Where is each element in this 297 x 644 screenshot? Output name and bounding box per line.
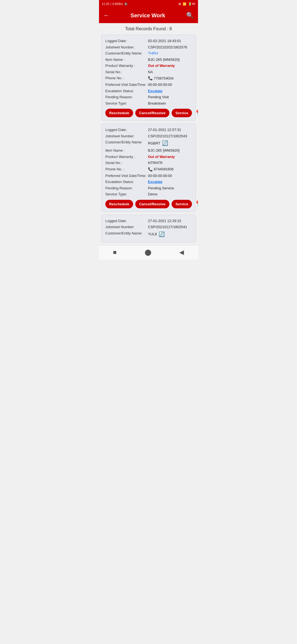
phone-row-2: Phone No. : 📞 8744091606 bbox=[105, 167, 192, 172]
item-row-1: Item Name : BJC-265 [WMS620] bbox=[105, 57, 192, 62]
serial-value-2: NTRNTR bbox=[148, 160, 192, 166]
service-type-label-2: Service Type: bbox=[105, 192, 148, 197]
pending-value-2: Pending Service bbox=[148, 185, 192, 191]
customer-row-1: Customer/Entity Name: THRH bbox=[105, 51, 192, 56]
service-card-1: Logged Date: 02-02-2021 18:43:01 Jobshee… bbox=[101, 35, 196, 121]
cancel-button-1[interactable]: Cancel/Resolve bbox=[135, 109, 169, 117]
page-title: Service Work bbox=[130, 12, 165, 19]
customer-name-3[interactable]: YUL8 bbox=[148, 231, 157, 237]
serial-value-1: NA bbox=[148, 69, 192, 75]
escalation-label-2: Escalation Status: bbox=[105, 179, 148, 185]
history-icon-2[interactable]: 🔄 bbox=[162, 140, 168, 147]
jobsheet-value-1: CSP/20210202/1802576 bbox=[148, 45, 192, 50]
jobsheet-label-1: Jobsheet Number: bbox=[105, 45, 148, 50]
location-icon-1[interactable]: 📍 bbox=[194, 110, 198, 117]
visit-label-1: Preferred Visit Date/Time: bbox=[105, 82, 148, 88]
visit-row-1: Preferred Visit Date/Time: 00:00-00:00:0… bbox=[105, 82, 192, 88]
visit-label-2: Preferred Visit Date/Time: bbox=[105, 173, 148, 179]
jobsheet-value-3: CSP/20210127/1802541 bbox=[148, 224, 192, 230]
customer-value-wrapper-3: YUL8 🔄 bbox=[148, 231, 192, 238]
service-button-1[interactable]: Service bbox=[172, 109, 192, 117]
item-row-2: Item Name : BJC-265 [WMS620] bbox=[105, 148, 192, 153]
logged-date-label-3: Logged Date: bbox=[105, 218, 148, 224]
bottom-nav: ■ ⬤ ◀ bbox=[99, 245, 198, 260]
pending-row-2: Pending Reason: Pending Service bbox=[105, 185, 192, 191]
back-button[interactable]: ← bbox=[103, 12, 109, 19]
service-card-2: Logged Date: 27-01-2021 12:57:31 Jobshee… bbox=[101, 124, 196, 212]
battery-icon: 🔋99 bbox=[188, 2, 195, 6]
wifi-icon: 📶 bbox=[183, 2, 186, 6]
warranty-value-2: Out of Warranty bbox=[148, 154, 192, 160]
status-bar: 11:25 | 0.8KB/s 🔇 ⊠ 📶 🔋99 bbox=[99, 0, 198, 8]
status-right: ⊠ 📶 🔋99 bbox=[178, 2, 195, 6]
phone-number-1[interactable]: 7708754034 bbox=[154, 76, 174, 81]
logged-date-value-3: 27-01-2021 12:29:15 bbox=[148, 218, 192, 224]
logged-date-row-2: Logged Date: 27-01-2021 12:57:31 bbox=[105, 127, 192, 133]
jobsheet-value-2: CSP/20210127/1802543 bbox=[148, 133, 192, 139]
customer-label-1: Customer/Entity Name: bbox=[105, 51, 148, 56]
home-button[interactable]: ⬤ bbox=[145, 249, 152, 256]
serial-label-2: Serial No.: bbox=[105, 160, 148, 166]
search-button[interactable]: 🔍 bbox=[186, 12, 194, 19]
warranty-label-2: Product Warranty : bbox=[105, 154, 148, 160]
pending-label-1: Pending Reason: bbox=[105, 94, 148, 100]
app-bar: ← Service Work 🔍 bbox=[99, 8, 198, 23]
total-records-label: Total Records Found : 8 bbox=[99, 23, 198, 35]
reschedule-button-2[interactable]: Reschedule bbox=[105, 200, 133, 208]
customer-label-3: Customer/Entity Name: bbox=[105, 231, 148, 238]
serial-label-1: Serial No.: bbox=[105, 69, 148, 75]
cancel-button-2[interactable]: Cancel/Resolve bbox=[135, 200, 169, 208]
customer-row-3: Customer/Entity Name: YUL8 🔄 bbox=[105, 231, 192, 238]
item-label-2: Item Name : bbox=[105, 148, 148, 153]
phone-number-2[interactable]: 8744091606 bbox=[154, 167, 174, 172]
location-icon-2[interactable]: 📍 bbox=[194, 200, 198, 208]
service-type-row-1: Service Type: Breakdown bbox=[105, 101, 192, 106]
card-buttons-1: Reschedule Cancel/Resolve Service 📍 bbox=[105, 109, 192, 117]
service-button-2[interactable]: Service bbox=[172, 200, 192, 208]
customer-name-2[interactable]: RGBRT bbox=[148, 141, 160, 146]
escalation-value-2[interactable]: Escalate bbox=[148, 179, 192, 185]
phone-icon-2: 📞 bbox=[148, 167, 153, 172]
warranty-row-1: Product Warranty : Out of Warranty bbox=[105, 63, 192, 69]
logged-date-label-2: Logged Date: bbox=[105, 127, 148, 133]
pending-label-2: Pending Reason: bbox=[105, 185, 148, 191]
escalation-label-1: Escalation Status: bbox=[105, 88, 148, 94]
escalation-row-1: Escalation Status: Escalate bbox=[105, 88, 192, 94]
back-nav-button[interactable]: ◀ bbox=[179, 249, 184, 256]
customer-value-1[interactable]: THRH bbox=[148, 51, 192, 56]
customer-value-wrapper-2: RGBRT 🔄 bbox=[148, 140, 192, 147]
logged-date-row-3: Logged Date: 27-01-2021 12:29:15 bbox=[105, 218, 192, 224]
item-value-1: BJC-265 [WMS620] bbox=[148, 57, 192, 62]
phone-value-wrapper-1: 📞 7708754034 bbox=[148, 75, 192, 81]
escalation-value-1[interactable]: Escalate bbox=[148, 88, 192, 94]
pending-value-1: Pending Visit bbox=[148, 94, 192, 100]
visit-row-2: Preferred Visit Date/Time: 00:00-00:00:0… bbox=[105, 173, 192, 179]
reschedule-button-1[interactable]: Reschedule bbox=[105, 109, 133, 117]
history-icon-3[interactable]: 🔄 bbox=[159, 231, 165, 238]
stop-button[interactable]: ■ bbox=[113, 249, 117, 256]
serial-row-2: Serial No.: NTRNTR bbox=[105, 160, 192, 166]
customer-label-2: Customer/Entity Name: bbox=[105, 140, 148, 147]
serial-row-1: Serial No.: NA bbox=[105, 69, 192, 75]
phone-icon-1: 📞 bbox=[148, 75, 153, 81]
phone-row-1: Phone No. : 📞 7708754034 bbox=[105, 75, 192, 81]
customer-row-2: Customer/Entity Name: RGBRT 🔄 bbox=[105, 140, 192, 147]
cards-container: Logged Date: 02-02-2021 18:43:01 Jobshee… bbox=[99, 35, 198, 242]
time: 11:25 bbox=[102, 2, 109, 6]
logged-date-label-1: Logged Date: bbox=[105, 38, 148, 44]
service-type-value-2: Demo bbox=[148, 192, 192, 197]
item-value-2: BJC-265 [WMS620] bbox=[148, 148, 192, 153]
logged-date-value-1: 02-02-2021 18:43:01 bbox=[148, 38, 192, 44]
network-speed: 0.8KB/s bbox=[112, 2, 123, 6]
logged-date-value-2: 27-01-2021 12:57:31 bbox=[148, 127, 192, 133]
jobsheet-label-2: Jobsheet Number: bbox=[105, 133, 148, 139]
card-buttons-2: Reschedule Cancel/Resolve Service 📍 bbox=[105, 200, 192, 208]
jobsheet-row-3: Jobsheet Number: CSP/20210127/1802541 bbox=[105, 224, 192, 230]
close-icon: ⊠ bbox=[178, 2, 181, 6]
phone-label-2: Phone No. : bbox=[105, 167, 148, 172]
escalation-row-2: Escalation Status: Escalate bbox=[105, 179, 192, 185]
jobsheet-label-3: Jobsheet Number: bbox=[105, 224, 148, 230]
visit-value-1: 00:00-00:00:00 bbox=[148, 82, 192, 88]
status-left: 11:25 | 0.8KB/s 🔇 bbox=[102, 2, 128, 6]
jobsheet-row-1: Jobsheet Number: CSP/20210202/1802576 bbox=[105, 45, 192, 50]
